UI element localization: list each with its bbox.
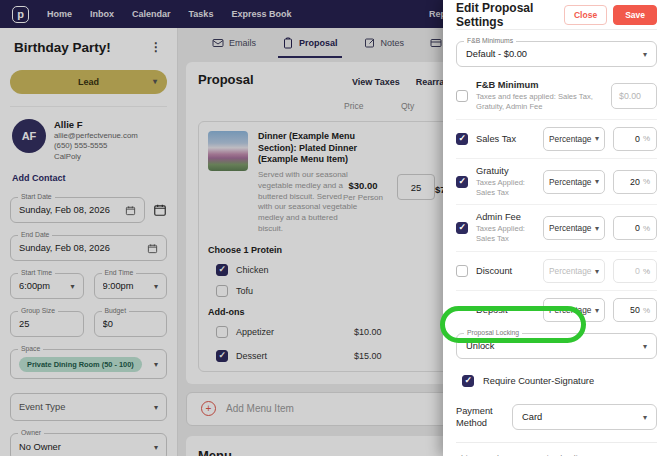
require-counter-signature-checkbox[interactable]: [462, 375, 474, 387]
gratuity-sub: Taxes Applied: Sales Tax: [476, 178, 535, 198]
admin-fee-value-input[interactable]: 0%: [613, 216, 657, 240]
admin-fee-sub: Taxes Applied: Sales Tax: [476, 224, 535, 244]
gratuity-checkbox[interactable]: [456, 176, 468, 188]
require-counter-signature-label: Require Counter-Signature: [483, 376, 594, 386]
chevron-down-icon: ▾: [643, 342, 647, 351]
app-root: p Home Inbox Calendar Tasks Express Book…: [0, 0, 670, 456]
proposal-locking-select[interactable]: Proposal Locking Unlock ▾: [456, 333, 657, 359]
admin-fee-mode-select[interactable]: Percentage▾: [543, 216, 605, 240]
chevron-down-icon: ▾: [643, 413, 647, 422]
chevron-down-icon: ▾: [643, 50, 647, 59]
chevron-down-icon: ▾: [595, 306, 599, 315]
gratuity-value-input[interactable]: 20%: [613, 170, 657, 194]
deposit-mode-select[interactable]: Percentage▾: [543, 298, 605, 322]
sales-tax-mode-select[interactable]: Percentage▾: [543, 127, 605, 151]
chevron-down-icon: ▾: [595, 267, 599, 276]
chevron-down-icon: ▾: [595, 177, 599, 186]
policy-note: This event has a customized policy.: [456, 442, 657, 456]
sales-tax-checkbox[interactable]: [456, 133, 468, 145]
edit-proposal-settings-panel: Edit Proposal Settings Close Save F&B Mi…: [443, 0, 670, 456]
sales-tax-value-input[interactable]: 0%: [613, 127, 657, 151]
discount-value-input: 0%: [613, 259, 657, 283]
fnb-minimum-subtitle: Taxes and fees applied: Sales Tax, Gratu…: [476, 92, 603, 112]
gratuity-label: Gratuity: [476, 166, 535, 176]
chevron-down-icon: ▾: [595, 224, 599, 233]
close-button[interactable]: Close: [564, 5, 607, 25]
deposit-label: Deposit: [476, 305, 535, 315]
save-button[interactable]: Save: [613, 5, 657, 25]
fnb-minimums-label: F&B Minimums: [464, 37, 516, 44]
proposal-locking-label: Proposal Locking: [464, 329, 522, 336]
sales-tax-label: Sales Tax: [476, 134, 535, 144]
discount-checkbox[interactable]: [456, 265, 468, 277]
admin-fee-checkbox[interactable]: [456, 222, 468, 234]
fnb-minimum-title: F&B Minimum: [476, 80, 603, 90]
payment-method-value: Card: [522, 412, 643, 422]
fnb-minimum-checkbox[interactable]: [456, 90, 468, 102]
fnb-minimum-amount-input[interactable]: $0.00: [611, 83, 657, 109]
discount-label: Discount: [476, 266, 535, 276]
payment-method-label: Payment Method: [456, 405, 502, 430]
proposal-locking-value: Unlock: [466, 341, 643, 351]
fnb-minimums-value: Default - $0.00: [466, 49, 643, 59]
panel-title: Edit Proposal Settings: [456, 1, 558, 29]
admin-fee-label: Admin Fee: [476, 212, 535, 222]
deposit-value-input[interactable]: 50%: [613, 298, 657, 322]
payment-method-select[interactable]: Card ▾: [512, 404, 657, 430]
gratuity-mode-select[interactable]: Percentage▾: [543, 170, 605, 194]
chevron-down-icon: ▾: [595, 134, 599, 143]
discount-mode-select: Percentage▾: [543, 259, 605, 283]
fnb-minimums-select[interactable]: F&B Minimums Default - $0.00 ▾: [456, 41, 657, 67]
